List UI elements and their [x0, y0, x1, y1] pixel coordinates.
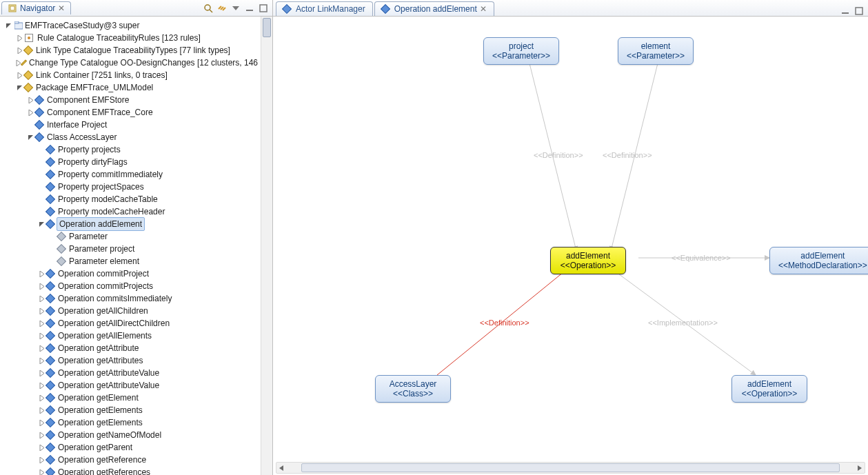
tree-item[interactable]: Operation getElement: [1, 392, 259, 404]
tree-item[interactable]: Operation commitProjects: [1, 280, 259, 292]
tree-twisty-open[interactable]: [4, 21, 12, 30]
tree-twisty-closed[interactable]: [37, 394, 46, 402]
tree-twisty-closed[interactable]: [37, 344, 46, 352]
tree-twisty-closed[interactable]: [37, 443, 46, 452]
tree-item[interactable]: Operation getElements: [1, 416, 259, 429]
minimize-icon[interactable]: [245, 3, 254, 13]
diagram-canvas[interactable]: <<Definition>> <<Definition>> <<Equivale…: [273, 17, 868, 475]
tree-item[interactable]: Class AccessLayer: [1, 131, 259, 143]
node-addelement-methoddeclaration[interactable]: addElement <<MethodDeclaration>>: [769, 247, 868, 274]
tree-twisty-closed[interactable]: [15, 71, 23, 79]
tree-twisty-closed[interactable]: [37, 307, 46, 315]
tree-twisty-closed[interactable]: [37, 369, 46, 377]
tree-item[interactable]: Operation addElement: [1, 218, 259, 230]
tree-item[interactable]: Operation getAttributeValue: [1, 367, 259, 379]
tree-item[interactable]: Operation getParent: [1, 441, 259, 454]
tree-twisty-closed[interactable]: [37, 418, 46, 427]
zoom-icon[interactable]: [203, 3, 213, 13]
tree-twisty-closed[interactable]: [37, 468, 46, 475]
scrollbar-thumb[interactable]: [263, 18, 271, 37]
diagram-hscrollbar[interactable]: [276, 462, 865, 474]
tree-item[interactable]: Component EMFStore: [1, 94, 259, 106]
tree-twisty-closed[interactable]: [26, 96, 34, 104]
node-element-parameter[interactable]: element <<Parameter>>: [618, 37, 694, 65]
tree-twisty-closed[interactable]: [37, 456, 46, 464]
tree-item[interactable]: Parameter: [1, 230, 259, 243]
node-stereotype: <<Operation>>: [740, 389, 798, 398]
node-project-parameter[interactable]: project <<Parameter>>: [483, 37, 559, 65]
tree-item[interactable]: Property projects: [1, 143, 259, 156]
tree-item[interactable]: Operation getReferences: [1, 466, 259, 475]
tree-item[interactable]: Package EMFTrace_UMLModel: [1, 81, 259, 94]
tree-twisty-closed[interactable]: [37, 381, 46, 390]
tree-twisty-closed[interactable]: [37, 332, 46, 340]
tree-twisty-closed[interactable]: [15, 34, 23, 42]
tree-item[interactable]: Parameter element: [1, 255, 259, 267]
maximize-icon[interactable]: [854, 6, 864, 16]
tree-item[interactable]: Property projectSpaces: [1, 181, 259, 193]
tree-item[interactable]: Operation getReference: [1, 454, 259, 466]
scrollbar-thumb[interactable]: [301, 463, 840, 472]
tree-item[interactable]: Operation getAllDirectChildren: [1, 317, 259, 330]
tree-item[interactable]: Operation getAttribute: [1, 342, 259, 354]
tree-item[interactable]: Rule Catalogue TraceabilityRules [123 ru…: [1, 32, 259, 44]
tree-item[interactable]: Component EMFTrace_Core: [1, 106, 259, 119]
scroll-right-button[interactable]: [854, 463, 865, 473]
tree-twisty-closed[interactable]: [37, 431, 46, 439]
tree-item-label: Operation commitProject: [57, 267, 150, 280]
node-addelement-operation-selected[interactable]: addElement <<Operation>>: [550, 247, 626, 274]
tree-item[interactable]: Operation commitsImmediately: [1, 292, 259, 305]
tree-twisty-open[interactable]: [37, 220, 46, 228]
tree-item[interactable]: Operation getNameOfModel: [1, 429, 259, 441]
navigator-tab[interactable]: Navigator ✕: [1, 1, 71, 14]
tree-item[interactable]: Operation getElements: [1, 404, 259, 416]
navigator-vscrollbar[interactable]: [261, 17, 272, 475]
tree-twisty-closed[interactable]: [37, 406, 46, 414]
maximize-icon[interactable]: [259, 3, 268, 13]
tree-item[interactable]: Change Type Catalogue OO-DesignChanges […: [1, 57, 259, 69]
tree-item[interactable]: Operation getAttributeValue: [1, 379, 259, 392]
scroll-left-button[interactable]: [276, 463, 287, 473]
tab-operation-addelement[interactable]: Operation addElement ✕: [374, 1, 494, 16]
navigator-tree[interactable]: EMFTraceCaseStudy@3 superRule Catalogue …: [0, 17, 261, 475]
tree-twisty-closed[interactable]: [37, 294, 46, 303]
tree-twisty-open[interactable]: [15, 83, 23, 92]
diamond-icon: [46, 430, 55, 440]
close-icon[interactable]: ✕: [480, 4, 487, 14]
edge-label-definition-red: <<Definition>>: [480, 319, 529, 327]
node-addelement-operation[interactable]: addElement <<Operation>>: [731, 375, 807, 403]
link-editor-icon[interactable]: [217, 3, 227, 13]
tree-item[interactable]: Property modelCacheTable: [1, 193, 259, 205]
tree-twisty-open[interactable]: [26, 133, 34, 141]
edge-label-definition: <<Definition>>: [534, 151, 583, 159]
tree-item[interactable]: Parameter project: [1, 243, 259, 255]
edge-label-definition: <<Definition>>: [603, 151, 652, 159]
tree-item[interactable]: Link Type Catalogue TraceabilityTypes [7…: [1, 44, 259, 57]
close-icon[interactable]: ✕: [58, 3, 65, 13]
tree-twisty-closed[interactable]: [37, 270, 46, 278]
node-accesslayer-class[interactable]: AccessLayer <<Class>>: [375, 375, 451, 403]
tree-item[interactable]: Property dirtyFlags: [1, 156, 259, 168]
svg-rect-1: [10, 6, 14, 10]
tree-twisty-closed[interactable]: [15, 46, 23, 54]
tree-item[interactable]: Operation commitProject: [1, 267, 259, 280]
tree-item[interactable]: Operation getAllChildren: [1, 305, 259, 317]
tree-item[interactable]: Operation getAllElements: [1, 330, 259, 342]
tree-item[interactable]: EMFTraceCaseStudy@3 super: [1, 19, 259, 32]
tree-twisty-closed[interactable]: [37, 282, 46, 290]
tree-twisty-closed[interactable]: [37, 356, 46, 365]
tree-twisty-closed[interactable]: [26, 108, 34, 117]
tree-item[interactable]: Property commitImmediately: [1, 168, 259, 181]
scroll-track[interactable]: [287, 463, 854, 473]
tree-twisty-closed[interactable]: [15, 59, 21, 67]
diamond-icon: [46, 269, 55, 279]
tree-twisty-closed[interactable]: [37, 319, 46, 327]
minimize-icon[interactable]: [840, 6, 850, 16]
tree-item[interactable]: Link Container [7251 links, 0 traces]: [1, 69, 259, 81]
view-menu-icon[interactable]: [231, 3, 241, 13]
tree-item[interactable]: Property modelCacheHeader: [1, 205, 259, 218]
tree-item[interactable]: Interface Project: [1, 119, 259, 131]
tree-item[interactable]: Operation getAttributes: [1, 354, 259, 367]
tab-actor-linkmanager[interactable]: Actor LinkManager: [276, 1, 373, 16]
node-title: element: [627, 41, 685, 51]
